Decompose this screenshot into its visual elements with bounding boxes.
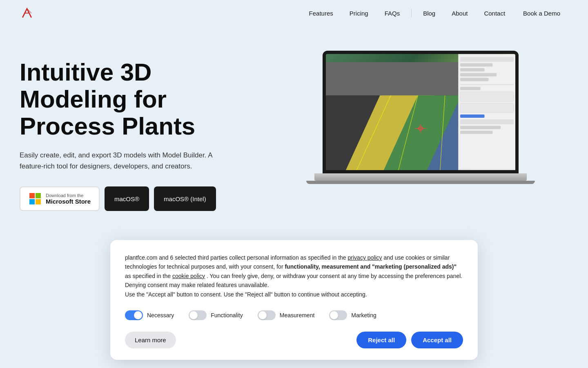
microsoft-store-button[interactable]: Download from the Microsoft Store <box>20 186 100 211</box>
nav-pricing[interactable]: Pricing <box>343 7 375 20</box>
hero-title: Intuitive 3D Modeling for Process Plants <box>20 59 256 140</box>
cookie-toggles: Necessary Functionality Measurement <box>125 310 463 320</box>
marketing-toggle[interactable] <box>329 310 347 320</box>
microsoft-line2: Microsoft Store <box>46 198 91 205</box>
svg-rect-26 <box>460 114 485 118</box>
cookie-policy-link[interactable]: cookie policy <box>172 273 205 279</box>
accept-all-button[interactable]: Accept all <box>411 332 463 348</box>
cookie-banner: plantfce.com and 6 selected third partie… <box>110 240 478 360</box>
toggle-marketing: Marketing <box>329 310 376 320</box>
learn-more-button[interactable]: Learn more <box>125 332 176 348</box>
nav-links: Features Pricing FAQs Blog About Contact… <box>303 6 568 21</box>
svg-rect-24 <box>460 92 514 101</box>
svg-rect-20 <box>460 73 497 76</box>
cookie-text: plantfce.com and 6 selected third partie… <box>125 253 463 299</box>
svg-rect-22 <box>460 84 514 85</box>
reject-all-button[interactable]: Reject all <box>356 332 406 348</box>
hero-right <box>273 51 568 206</box>
logo[interactable] <box>20 6 34 20</box>
nav-features[interactable]: Features <box>303 7 340 20</box>
hero-buttons: Download from the Microsoft Store macOS®… <box>20 186 256 211</box>
cookie-actions: Learn more Reject all Accept all <box>125 332 463 348</box>
hero-subtitle: Easily create, edit, and export 3D model… <box>20 150 216 172</box>
macos-intel-button[interactable]: macOS® (Intel) <box>154 186 216 211</box>
marketing-label: Marketing <box>351 312 376 319</box>
svg-rect-3 <box>36 199 41 204</box>
svg-rect-17 <box>460 57 514 62</box>
nav-divider <box>411 9 412 17</box>
svg-rect-28 <box>460 126 501 129</box>
nav-blog[interactable]: Blog <box>416 7 442 20</box>
nav-about[interactable]: About <box>445 7 474 20</box>
book-demo-button[interactable]: Book a Demo <box>515 6 568 21</box>
toggle-necessary: Necessary <box>125 310 174 320</box>
necessary-toggle[interactable] <box>125 310 143 320</box>
svg-rect-1 <box>36 193 41 198</box>
svg-rect-27 <box>460 119 514 124</box>
functionality-toggle[interactable] <box>189 310 207 320</box>
toggle-functionality: Functionality <box>189 310 243 320</box>
svg-rect-0 <box>29 193 35 198</box>
functionality-label: Functionality <box>211 312 243 319</box>
cookie-bold-text: functionality, measurement and "marketin… <box>285 263 457 270</box>
svg-rect-19 <box>460 68 485 72</box>
macos-button[interactable]: macOS® <box>105 186 149 211</box>
svg-rect-21 <box>460 78 489 81</box>
svg-rect-29 <box>460 131 492 134</box>
svg-rect-23 <box>460 87 481 90</box>
necessary-label: Necessary <box>147 312 174 319</box>
privacy-policy-link[interactable]: privacy policy <box>348 254 382 261</box>
hero-left: Intuitive 3D Modeling for Process Plants… <box>20 51 256 211</box>
toggle-measurement: Measurement <box>258 310 315 320</box>
microsoft-line1: Download from the <box>46 193 91 198</box>
laptop-mockup <box>302 51 539 206</box>
cookie-overlay: plantfce.com and 6 selected third partie… <box>0 240 588 368</box>
measurement-label: Measurement <box>280 312 315 319</box>
svg-rect-2 <box>29 199 35 204</box>
nav-faqs[interactable]: FAQs <box>378 7 407 20</box>
nav-contact[interactable]: Contact <box>477 7 512 20</box>
navbar: Features Pricing FAQs Blog About Contact… <box>0 0 588 26</box>
svg-rect-25 <box>460 103 514 113</box>
laptop-screen <box>323 51 519 173</box>
svg-rect-18 <box>460 63 492 67</box>
cookie-action-buttons: Reject all Accept all <box>356 332 463 348</box>
measurement-toggle[interactable] <box>258 310 276 320</box>
hero-section: Intuitive 3D Modeling for Process Plants… <box>0 26 588 227</box>
